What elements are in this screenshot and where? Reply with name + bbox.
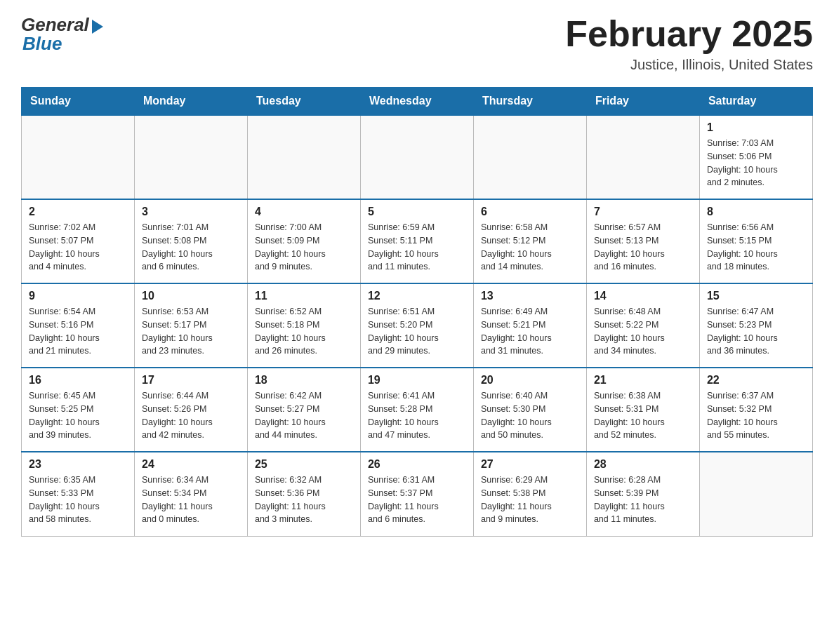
day-number: 19	[368, 374, 466, 387]
day-number: 20	[481, 374, 579, 387]
day-info: Sunrise: 6:38 AM Sunset: 5:31 PM Dayligh…	[594, 389, 692, 442]
day-number: 3	[142, 206, 240, 218]
calendar-cell	[134, 115, 247, 199]
calendar-cell	[473, 115, 586, 199]
day-info: Sunrise: 6:31 AM Sunset: 5:37 PM Dayligh…	[368, 474, 466, 526]
day-number: 10	[142, 290, 240, 302]
day-info: Sunrise: 6:51 AM Sunset: 5:20 PM Dayligh…	[368, 305, 466, 358]
day-number: 24	[142, 458, 240, 471]
day-number: 22	[707, 374, 805, 387]
day-number: 26	[368, 458, 466, 471]
location-subtitle: Justice, Illinois, United States	[565, 57, 813, 73]
calendar-cell: 4Sunrise: 7:00 AM Sunset: 5:09 PM Daylig…	[247, 199, 360, 283]
day-number: 7	[594, 206, 692, 218]
calendar-cell: 3Sunrise: 7:01 AM Sunset: 5:08 PM Daylig…	[134, 199, 247, 283]
day-info: Sunrise: 7:03 AM Sunset: 5:06 PM Dayligh…	[707, 137, 805, 189]
calendar-cell: 14Sunrise: 6:48 AM Sunset: 5:22 PM Dayli…	[586, 283, 699, 368]
day-info: Sunrise: 6:57 AM Sunset: 5:13 PM Dayligh…	[594, 221, 692, 274]
title-block: February 2025 Justice, Illinois, United …	[565, 14, 813, 73]
calendar-cell	[22, 115, 135, 199]
calendar-cell: 21Sunrise: 6:38 AM Sunset: 5:31 PM Dayli…	[586, 368, 699, 452]
calendar-cell	[247, 115, 360, 199]
day-number: 1	[707, 121, 805, 134]
day-number: 8	[707, 206, 805, 218]
day-number: 5	[368, 206, 466, 218]
weekday-header-tuesday: Tuesday	[247, 88, 360, 116]
day-info: Sunrise: 6:37 AM Sunset: 5:32 PM Dayligh…	[707, 389, 805, 442]
day-info: Sunrise: 6:52 AM Sunset: 5:18 PM Dayligh…	[255, 305, 353, 358]
day-info: Sunrise: 7:01 AM Sunset: 5:08 PM Dayligh…	[142, 221, 240, 274]
calendar-cell: 2Sunrise: 7:02 AM Sunset: 5:07 PM Daylig…	[22, 199, 135, 283]
day-number: 13	[481, 290, 579, 302]
day-info: Sunrise: 6:44 AM Sunset: 5:26 PM Dayligh…	[142, 389, 240, 442]
day-number: 27	[481, 458, 579, 471]
day-info: Sunrise: 6:54 AM Sunset: 5:16 PM Dayligh…	[29, 305, 127, 358]
calendar-cell: 12Sunrise: 6:51 AM Sunset: 5:20 PM Dayli…	[360, 283, 473, 368]
page-header: General Blue February 2025 Justice, Illi…	[21, 14, 813, 73]
weekday-header-thursday: Thursday	[473, 88, 586, 116]
calendar-cell: 26Sunrise: 6:31 AM Sunset: 5:37 PM Dayli…	[360, 452, 473, 536]
calendar-cell: 28Sunrise: 6:28 AM Sunset: 5:39 PM Dayli…	[586, 452, 699, 536]
calendar-cell: 8Sunrise: 6:56 AM Sunset: 5:15 PM Daylig…	[699, 199, 812, 283]
calendar-cell: 27Sunrise: 6:29 AM Sunset: 5:38 PM Dayli…	[473, 452, 586, 536]
logo-arrow-icon	[92, 20, 103, 34]
day-number: 23	[29, 458, 127, 471]
calendar-cell: 7Sunrise: 6:57 AM Sunset: 5:13 PM Daylig…	[586, 199, 699, 283]
calendar-cell	[360, 115, 473, 199]
calendar-cell: 16Sunrise: 6:45 AM Sunset: 5:25 PM Dayli…	[22, 368, 135, 452]
day-info: Sunrise: 7:00 AM Sunset: 5:09 PM Dayligh…	[255, 221, 353, 274]
calendar-cell: 15Sunrise: 6:47 AM Sunset: 5:23 PM Dayli…	[699, 283, 812, 368]
calendar-table: SundayMondayTuesdayWednesdayThursdayFrid…	[21, 87, 813, 537]
day-number: 11	[255, 290, 353, 302]
calendar-cell: 11Sunrise: 6:52 AM Sunset: 5:18 PM Dayli…	[247, 283, 360, 368]
calendar-cell: 18Sunrise: 6:42 AM Sunset: 5:27 PM Dayli…	[247, 368, 360, 452]
day-number: 6	[481, 206, 579, 218]
calendar-cell: 5Sunrise: 6:59 AM Sunset: 5:11 PM Daylig…	[360, 199, 473, 283]
day-number: 4	[255, 206, 353, 218]
calendar-cell: 13Sunrise: 6:49 AM Sunset: 5:21 PM Dayli…	[473, 283, 586, 368]
calendar-cell: 19Sunrise: 6:41 AM Sunset: 5:28 PM Dayli…	[360, 368, 473, 452]
calendar-cell: 10Sunrise: 6:53 AM Sunset: 5:17 PM Dayli…	[134, 283, 247, 368]
calendar-cell: 25Sunrise: 6:32 AM Sunset: 5:36 PM Dayli…	[247, 452, 360, 536]
day-number: 25	[255, 458, 353, 471]
day-info: Sunrise: 6:56 AM Sunset: 5:15 PM Dayligh…	[707, 221, 805, 274]
calendar-cell: 20Sunrise: 6:40 AM Sunset: 5:30 PM Dayli…	[473, 368, 586, 452]
calendar-cell: 22Sunrise: 6:37 AM Sunset: 5:32 PM Dayli…	[699, 368, 812, 452]
day-info: Sunrise: 6:29 AM Sunset: 5:38 PM Dayligh…	[481, 474, 579, 526]
logo: General Blue	[21, 14, 103, 55]
month-title: February 2025	[565, 14, 813, 54]
day-number: 12	[368, 290, 466, 302]
calendar-header-row: SundayMondayTuesdayWednesdayThursdayFrid…	[22, 88, 813, 116]
day-info: Sunrise: 6:45 AM Sunset: 5:25 PM Dayligh…	[29, 389, 127, 442]
day-number: 14	[594, 290, 692, 302]
calendar-cell: 23Sunrise: 6:35 AM Sunset: 5:33 PM Dayli…	[22, 452, 135, 536]
day-info: Sunrise: 6:32 AM Sunset: 5:36 PM Dayligh…	[255, 474, 353, 526]
day-info: Sunrise: 6:49 AM Sunset: 5:21 PM Dayligh…	[481, 305, 579, 358]
calendar-cell	[699, 452, 812, 536]
calendar-week-row: 23Sunrise: 6:35 AM Sunset: 5:33 PM Dayli…	[22, 452, 813, 536]
day-info: Sunrise: 6:34 AM Sunset: 5:34 PM Dayligh…	[142, 474, 240, 526]
day-number: 15	[707, 290, 805, 302]
calendar-cell: 6Sunrise: 6:58 AM Sunset: 5:12 PM Daylig…	[473, 199, 586, 283]
day-number: 2	[29, 206, 127, 218]
logo-blue-text: Blue	[22, 33, 62, 55]
calendar-cell: 1Sunrise: 7:03 AM Sunset: 5:06 PM Daylig…	[699, 115, 812, 199]
weekday-header-saturday: Saturday	[699, 88, 812, 116]
day-info: Sunrise: 6:41 AM Sunset: 5:28 PM Dayligh…	[368, 389, 466, 442]
day-info: Sunrise: 6:58 AM Sunset: 5:12 PM Dayligh…	[481, 221, 579, 274]
day-number: 18	[255, 374, 353, 387]
day-info: Sunrise: 7:02 AM Sunset: 5:07 PM Dayligh…	[29, 221, 127, 274]
calendar-cell: 24Sunrise: 6:34 AM Sunset: 5:34 PM Dayli…	[134, 452, 247, 536]
day-number: 17	[142, 374, 240, 387]
calendar-week-row: 9Sunrise: 6:54 AM Sunset: 5:16 PM Daylig…	[22, 283, 813, 368]
calendar-cell: 17Sunrise: 6:44 AM Sunset: 5:26 PM Dayli…	[134, 368, 247, 452]
calendar-week-row: 1Sunrise: 7:03 AM Sunset: 5:06 PM Daylig…	[22, 115, 813, 199]
day-info: Sunrise: 6:40 AM Sunset: 5:30 PM Dayligh…	[481, 389, 579, 442]
day-number: 21	[594, 374, 692, 387]
weekday-header-wednesday: Wednesday	[360, 88, 473, 116]
day-number: 16	[29, 374, 127, 387]
calendar-week-row: 16Sunrise: 6:45 AM Sunset: 5:25 PM Dayli…	[22, 368, 813, 452]
weekday-header-sunday: Sunday	[22, 88, 135, 116]
day-info: Sunrise: 6:53 AM Sunset: 5:17 PM Dayligh…	[142, 305, 240, 358]
calendar-cell: 9Sunrise: 6:54 AM Sunset: 5:16 PM Daylig…	[22, 283, 135, 368]
